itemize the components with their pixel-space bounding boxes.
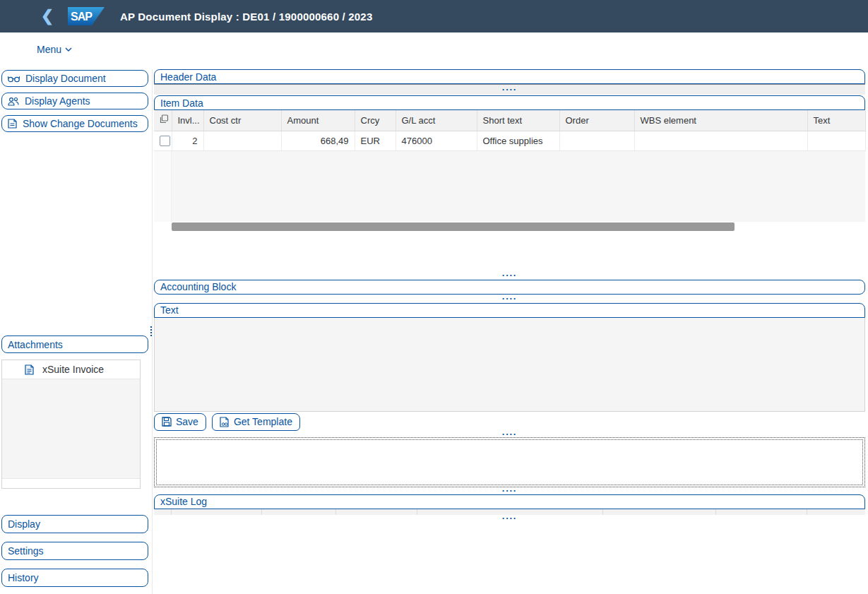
col-gl-acct[interactable]: G/L acct <box>396 110 477 131</box>
attachments-panel-header[interactable]: Attachments <box>1 335 148 353</box>
xsuite-log-section: xSuite Log ···· <box>154 494 865 594</box>
row-select-cell <box>154 131 172 150</box>
attachments-title: Attachments <box>8 339 63 350</box>
settings-tray-title: Settings <box>8 545 44 557</box>
xsuite-log-panel-header[interactable]: xSuite Log <box>154 494 865 509</box>
show-change-documents-label: Show Change Documents <box>23 118 138 129</box>
document-icon <box>25 364 34 375</box>
item-data-sash[interactable]: ···· <box>154 271 865 280</box>
display-tray-title: Display <box>8 518 40 530</box>
header-data-panel-header[interactable]: Header Data <box>154 69 865 84</box>
history-tray-header[interactable]: History <box>1 569 148 587</box>
col-invl[interactable]: Invl... <box>172 110 203 131</box>
people-icon <box>8 97 19 106</box>
cell-order[interactable] <box>559 131 634 150</box>
sash-dots-icon: ···· <box>502 516 517 521</box>
sash-dots-icon: ···· <box>502 88 517 92</box>
menu-label: Menu <box>37 44 61 55</box>
save-label: Save <box>176 416 198 427</box>
select-all-header[interactable] <box>154 110 172 131</box>
table-empty-first-column <box>154 151 172 222</box>
accounting-block-sash[interactable]: ···· <box>154 295 865 303</box>
table-empty-area <box>154 151 865 222</box>
text-panel-title: Text <box>160 304 179 316</box>
display-document-label: Display Document <box>25 73 106 84</box>
splitter-grip-icon[interactable] <box>149 322 153 340</box>
row-checkbox[interactable] <box>160 136 170 146</box>
get-template-button[interactable]: Get Template <box>212 413 300 431</box>
shell-header: ❮ SAP AP Document Display : DE01 / 19000… <box>0 0 868 32</box>
item-data-panel-header[interactable]: Item Data <box>154 95 865 110</box>
chevron-down-icon <box>65 47 72 52</box>
menu-button[interactable]: Menu <box>37 44 72 55</box>
cell-crcy[interactable]: EUR <box>355 131 396 150</box>
display-tray-header[interactable]: Display <box>1 515 148 533</box>
display-agents-button[interactable]: Display Agents <box>1 93 148 109</box>
header-data-title: Header Data <box>160 71 216 83</box>
cell-text[interactable] <box>807 131 865 150</box>
col-order[interactable]: Order <box>559 110 634 131</box>
attachment-item-xsuite-invoice[interactable]: xSuite Invoice <box>2 360 140 379</box>
cell-amount[interactable]: 668,49 <box>281 131 355 150</box>
table-row: 2 668,49 EUR 476000 Office supplies <box>154 131 865 150</box>
horizontal-scrollbar[interactable] <box>154 222 865 232</box>
scrollbar-thumb[interactable] <box>172 222 735 231</box>
text-panel-content[interactable] <box>154 318 865 412</box>
save-icon <box>162 417 172 427</box>
col-wbs-element[interactable]: WBS element <box>634 110 807 131</box>
svg-text:SAP: SAP <box>71 11 93 23</box>
display-document-button[interactable]: Display Document <box>1 70 148 87</box>
sap-logo: SAP <box>68 7 105 25</box>
table-header-row: Invl... Cost ctr Amount Crcy G/L acct Sh… <box>154 110 865 131</box>
col-crcy[interactable]: Crcy <box>355 110 396 131</box>
get-template-label: Get Template <box>234 416 292 427</box>
focus-placeholder-area[interactable] <box>154 437 865 487</box>
page-title: AP Document Display : DE01 / 1900000660 … <box>120 11 372 23</box>
accounting-block-title: Accounting Block <box>160 281 236 292</box>
col-text[interactable]: Text <box>807 110 865 131</box>
cell-wbs-element[interactable] <box>634 131 807 150</box>
accounting-block-panel-header[interactable]: Accounting Block <box>154 280 865 295</box>
sash-dots-icon: ···· <box>502 432 517 436</box>
history-tray-title: History <box>8 572 39 583</box>
document-icon <box>8 119 17 129</box>
attachments-list: xSuite Invoice <box>1 360 141 489</box>
copy-icon <box>160 114 169 124</box>
attachments-list-footer <box>2 478 140 488</box>
template-icon <box>220 417 230 427</box>
save-button[interactable]: Save <box>154 413 206 431</box>
text-sash[interactable]: ···· <box>154 432 865 437</box>
col-short-text[interactable]: Short text <box>477 110 559 131</box>
settings-tray-header[interactable]: Settings <box>1 542 148 560</box>
main-content: Header Data ···· Item Data <box>154 69 865 594</box>
text-panel-header[interactable]: Text <box>154 303 865 318</box>
menu-bar: Menu <box>0 41 868 62</box>
col-cost-ctr[interactable]: Cost ctr <box>203 110 281 131</box>
cell-invl[interactable]: 2 <box>172 131 203 150</box>
col-amount[interactable]: Amount <box>281 110 355 131</box>
cell-short-text[interactable]: Office supplies <box>477 131 559 150</box>
show-change-documents-button[interactable]: Show Change Documents <box>1 115 148 132</box>
item-data-title: Item Data <box>160 97 203 109</box>
xsuite-log-title: xSuite Log <box>160 496 207 507</box>
header-data-sash[interactable]: ···· <box>154 84 865 95</box>
sash-dots-icon: ···· <box>502 273 517 278</box>
back-button[interactable]: ❮ <box>37 0 58 32</box>
cell-gl-acct[interactable]: 476000 <box>396 131 477 150</box>
attachment-label: xSuite Invoice <box>42 364 104 375</box>
spacer <box>154 232 865 271</box>
sash-dots-icon: ···· <box>502 489 517 493</box>
placeholder-sash[interactable]: ···· <box>154 487 865 494</box>
sash-dots-icon: ···· <box>502 297 517 301</box>
app-window: ❮ SAP AP Document Display : DE01 / 19000… <box>0 0 868 594</box>
glasses-icon <box>8 74 20 83</box>
cell-cost-ctr[interactable] <box>203 131 281 150</box>
display-agents-label: Display Agents <box>25 95 90 107</box>
xsuite-log-sash[interactable]: ···· <box>154 515 865 522</box>
item-data-table: Invl... Cost ctr Amount Crcy G/L acct Sh… <box>154 110 866 151</box>
